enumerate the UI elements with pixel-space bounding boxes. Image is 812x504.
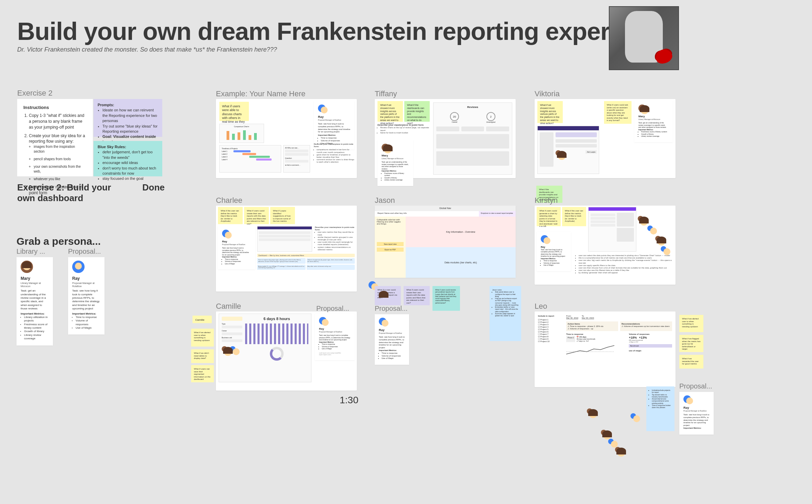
leo-notes[interactable]: Include/exclude projects for reportTop t…: [646, 386, 674, 431]
persona-metrics-head: Important Metrics:: [21, 312, 45, 315]
frame-example[interactable]: What if users were able to discuss chart…: [216, 99, 357, 178]
report-name: Report Name and other key info: [375, 211, 479, 217]
r1: Volume of responses up but conversion ra…: [624, 325, 670, 327]
ch-s2[interactable]: What if users could create their own rep…: [244, 207, 269, 224]
m: Use of Magic: [322, 348, 351, 350]
frame-label-jason: Jason: [375, 196, 395, 205]
n: Ray: [319, 327, 351, 331]
ch-ray: Ray Proposal Manager at Rotaflow Task: s…: [218, 226, 255, 270]
ray-role: Proposal Manager at Rotaflow: [318, 119, 350, 121]
instr-sub-b: pencil shapes from tools: [34, 157, 87, 162]
tif-mary: Mary Library Manager at Microcon Task: g…: [377, 140, 413, 186]
r: Proposal Manager at Rotaflow: [222, 243, 251, 246]
persona-card-mary[interactable]: Mary Library Manager at Microcon Task: g…: [17, 257, 53, 346]
frame-camille[interactable]: Type Owner Business unit 6 days 8 hours …: [216, 311, 357, 391]
avatar: [222, 230, 230, 237]
m: Freshness score of library content: [641, 131, 669, 133]
mh: Important Metrics:: [683, 427, 701, 429]
r: Proposal Manager at Rotaflow: [319, 331, 351, 333]
vik-s1[interactable]: What if we showed more insights across v…: [537, 101, 563, 123]
ray-m3: Use of Magic: [76, 326, 100, 330]
r: Library Manager at Microcon: [382, 157, 409, 160]
cam-s1[interactable]: What if we alerted user to when somethin…: [191, 329, 214, 347]
big-num: 6 days 8 hours: [245, 317, 308, 321]
n: Time to response broken down into phases: [652, 404, 672, 409]
exercise-title: Exercise 2: Build your own dashboard: [17, 182, 127, 204]
ray-name: Ray: [318, 115, 350, 119]
d1: comparisons stacked in bar form for mont…: [317, 149, 354, 153]
k-s2[interactable]: What if the user can define the metrics …: [562, 207, 586, 226]
dropdown[interactable]: Dropdown to view a saved report template: [479, 211, 516, 217]
rules-heading: Blue Sky Rules:: [98, 145, 126, 149]
leo-av5: [615, 447, 621, 452]
proposal-label-3: Proposal...: [375, 305, 408, 313]
proposal-card-3[interactable]: Ray Proposal Manager at Rotaflow Task: s…: [375, 314, 409, 365]
leo-av2: [630, 413, 636, 419]
ch-s1[interactable]: What if the user can define the metrics …: [218, 207, 243, 224]
frame-jason[interactable]: Global Nav Report Name and other key inf…: [375, 206, 516, 278]
cam-name[interactable]: Camille: [193, 316, 212, 323]
vik-s2[interactable]: What if users could ask (write out) an a…: [604, 101, 632, 124]
frame-tiffany[interactable]: What if we showed more insights across v…: [375, 99, 516, 178]
k-av1: [638, 216, 643, 221]
p[interactable]: Project 10: [540, 340, 550, 342]
bench: Benchmark: [629, 344, 672, 348]
r: Proposal Manager at Rotaflow: [379, 332, 405, 335]
prompts-heading: Prompts:: [98, 103, 114, 107]
example-sticky[interactable]: What if users were able to discuss chart…: [219, 102, 249, 121]
tif-s2[interactable]: What if the dashboards can provide insig…: [404, 101, 430, 122]
d: user can also see this filtered data as …: [579, 269, 673, 272]
m: Volume of responses: [321, 140, 350, 142]
export-btn[interactable]: Export as PDF: [377, 248, 404, 252]
tif-s1[interactable]: What if we showed more insights across v…: [377, 101, 403, 122]
c3: Autocomplete %, use of Magic, PT average…: [257, 265, 306, 270]
r: Library Manager at Microcon: [638, 118, 669, 121]
page-title: Build your own dream Frankenstein report…: [17, 17, 671, 45]
leo-s1[interactable]: What if we alerted user to when somethin…: [679, 315, 703, 332]
m: Use of Magic: [544, 264, 567, 266]
leo-s3[interactable]: What if we rewarded the user for good me…: [679, 355, 703, 369]
proposal-card-4[interactable]: Ray Proposal Manager at Rotaflow Task: s…: [679, 392, 714, 435]
frame-label-example: Example: Your Name Here: [216, 89, 305, 98]
instr-sub-c: your own screenshots from the web,: [34, 164, 87, 174]
frame-leo[interactable]: Include in report ☑ Project 1 ☑ Project …: [535, 311, 676, 387]
leo-av1: [587, 408, 592, 414]
exercise-label: Exercise 2: [17, 89, 53, 98]
m: Use of Magic: [225, 263, 251, 265]
mh: Important Metrics:: [382, 170, 397, 172]
frame-charlee[interactable]: What if the user can define the metrics …: [216, 206, 357, 292]
vik-mary: Mary Library Manager at Microcon Task: g…: [634, 101, 673, 142]
n: Ray: [541, 245, 567, 249]
global-nav: Global Nav: [375, 206, 516, 211]
leo-s2[interactable]: What if we flagged when the metric has g…: [679, 335, 703, 352]
save-btn[interactable]: Save report view: [377, 242, 404, 246]
k-ray: Ray Task: see how long it took to comple…: [537, 232, 571, 271]
mh: Important Metrics:: [541, 258, 556, 260]
frankenstein-image: [609, 6, 679, 70]
ps2: +4 days vs YoY: [629, 341, 638, 343]
j-s2[interactable]: What if users could create their own rep…: [404, 286, 430, 305]
frame-viktoria[interactable]: What if we showed more insights across v…: [535, 99, 676, 178]
k-av4: [661, 246, 666, 252]
persona-card-ray[interactable]: Ray Proposal Manager at Rotaflow Task: s…: [68, 257, 105, 335]
n: Embedded ability to 'save report view' -…: [495, 306, 518, 313]
frame-kirstyn[interactable]: What if users could generate a chart by …: [535, 206, 676, 285]
avatar-mary: [382, 144, 389, 151]
c1: Time to response (by project type, allow…: [257, 258, 306, 264]
l1: Label 1: [222, 150, 232, 152]
date1[interactable]: Mar 30, 2022: [566, 317, 578, 319]
persona-heading: Grab a persona...: [17, 235, 101, 247]
j-s3[interactable]: What if users could receive personalized…: [432, 286, 460, 311]
instructions-heading: Instructions: [23, 105, 87, 111]
cam-s2[interactable]: What if we didn't need tables to display…: [191, 349, 214, 363]
j-notes[interactable]: Jason notes: Side panel allows user to c…: [490, 286, 521, 341]
d: user sets metrics that they would like t…: [318, 231, 355, 236]
modules: Data modules (bar charts, etc): [406, 247, 516, 278]
date2[interactable]: Mar 30, 2023: [582, 317, 594, 319]
cam-s3[interactable]: What if users can save their segmented i…: [191, 365, 214, 382]
k-s1[interactable]: What if users could generate a chart by …: [537, 207, 561, 226]
p1: +18%: [629, 336, 637, 339]
mary-m4: Library review coverage: [24, 333, 49, 341]
ch-s3[interactable]: What if Loopio identified suggestions of…: [270, 207, 295, 224]
persona-task: Task: get an understanding of the review…: [21, 289, 49, 310]
